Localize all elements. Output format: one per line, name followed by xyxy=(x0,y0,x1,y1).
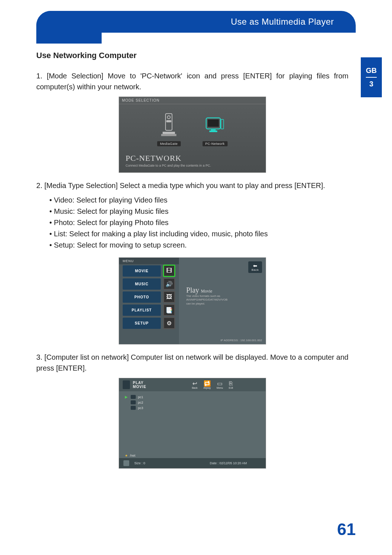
menu-icon: ▭ xyxy=(217,381,222,387)
mediagate-icon xyxy=(159,112,179,138)
ss2-main: ⬅ Back Play Movie The video formats such… xyxy=(179,258,266,344)
ss3-footer: Size : 0 Date : 02/12/05 10:20 AM xyxy=(119,458,266,468)
ss1-mediagate-option: MediaGate xyxy=(157,112,181,146)
ss2-play-heading: Play Movie xyxy=(186,286,262,294)
ss3-size: Size : 0 xyxy=(134,461,145,465)
film-icon: 🎞 xyxy=(163,265,175,277)
ss3-exit-button: ⎘Exit xyxy=(229,381,233,389)
ss2-item-setup: SETUP ⚙ xyxy=(119,317,179,330)
ss3-menu-label: Menu xyxy=(217,387,223,389)
screenshot-1-wrap: MODE SELECTION MediaGate xyxy=(36,97,348,173)
ss2-back-label: Back xyxy=(252,268,259,272)
ss3-title2: MOVIE xyxy=(133,385,146,389)
back-icon: ↩ xyxy=(192,381,197,387)
playlist-icon: 📑 xyxy=(163,304,175,316)
side-tab-divider xyxy=(366,77,377,78)
ss3-file3-label: pc3 xyxy=(138,406,143,410)
section-heading: Use Networking Computer xyxy=(36,51,348,60)
computer-icon xyxy=(131,400,136,404)
ss1-pcnetwork-label: PC-Network xyxy=(203,141,228,146)
ss1-sub-label: Connect MediaGate to a PC and play the c… xyxy=(119,164,266,172)
ss3-file1-label: pc1 xyxy=(138,395,143,399)
ss1-big-label: PC-NETWORK xyxy=(119,151,266,164)
ss2-desc2: AVI/MPG/MPEG/DAT/M2V/VOB xyxy=(186,298,228,301)
svg-rect-7 xyxy=(211,130,216,131)
ss1-icon-row: MediaGate PC-Network xyxy=(119,104,266,151)
side-tab-lang: GB xyxy=(366,66,377,75)
ss2-menu-header: MENU xyxy=(119,258,179,264)
screenshot-play-movie: PLAY MOVIE ↩Back 🔁Allplay ▭Menu ⎘Exit ▶p… xyxy=(119,378,266,469)
ss2-sidebar: MENU MOVIE 🎞 MUSIC 🔊 PHOTO 🖼 PLAYLIS xyxy=(119,258,179,344)
ss3-size-lbl: Size : xyxy=(134,461,143,465)
photo-icon: 🖼 xyxy=(163,291,175,303)
content-area: Use Networking Computer [Mode Selection]… xyxy=(0,33,392,469)
setup-icon: ⚙ xyxy=(163,317,175,329)
media-photo: Photo: Select for playing Photo files xyxy=(49,217,348,228)
ss2-play-word: Play xyxy=(186,286,199,294)
header-corner-tab xyxy=(36,11,102,44)
computer-icon xyxy=(131,406,136,410)
steps-list-2: [Media Type Selection] Select a media ty… xyxy=(36,180,348,191)
ss2-setup-label: SETUP xyxy=(123,318,161,329)
thumbnail-icon xyxy=(123,460,129,466)
ss2-item-movie: MOVIE 🎞 xyxy=(119,264,179,277)
ss2-item-playlist: PLAYLIST 📑 xyxy=(119,303,179,317)
step-2: [Media Type Selection] Select a media ty… xyxy=(36,180,348,191)
media-list: List: Select for making a play list incl… xyxy=(49,228,348,240)
allplay-icon: 🔁 xyxy=(204,381,211,387)
ss3-toolbar: ↩Back 🔁Allplay ▭Menu ⎘Exit xyxy=(192,381,233,389)
ss3-file-pc2: ▶pc2 xyxy=(125,400,260,405)
cursor-icon: ▶ xyxy=(125,395,128,399)
ss2-desc1: The video formats such as xyxy=(186,294,220,298)
ss3-title1: PLAY xyxy=(133,381,144,385)
media-setup: Setup: Select for moving to setup screen… xyxy=(49,240,348,251)
page-number: 61 xyxy=(337,519,356,539)
ss2-desc: The video formats such as AVI/MPG/MPEG/D… xyxy=(186,294,262,306)
media-music: Music: Select for playing Music files xyxy=(49,206,348,217)
step-1: [Mode Selection] Move to 'PC-Network' ic… xyxy=(36,70,348,92)
svg-point-1 xyxy=(167,116,170,119)
side-language-tab: GB 3 xyxy=(361,57,382,97)
ss3-title: PLAY MOVIE xyxy=(133,381,146,389)
back-arrow-icon: ⬅ xyxy=(253,263,257,268)
screenshot-mode-selection: MODE SELECTION MediaGate xyxy=(119,97,266,173)
media-video: Video: Select for playing Video files xyxy=(49,195,348,206)
pc-network-icon xyxy=(205,112,225,138)
ss1-mediagate-label: MediaGate xyxy=(157,141,181,146)
ss2-movie-label: MOVIE xyxy=(123,265,161,277)
ss2-desc3: can be played. xyxy=(186,302,205,305)
ss1-pcnetwork-option: PC-Network xyxy=(203,112,228,146)
ss3-size-val: 0 xyxy=(143,461,145,465)
ss2-back-button: ⬅ Back xyxy=(248,261,262,273)
computer-icon xyxy=(131,395,136,399)
side-tab-number: 3 xyxy=(369,80,373,88)
ss2-playlist-label: PLAYLIST xyxy=(123,305,161,316)
screenshot-menu: MENU MOVIE 🎞 MUSIC 🔊 PHOTO 🖼 PLAYLIS xyxy=(119,257,266,344)
ss3-file-list: ▶pc1 ▶pc2 ▶pc3 xyxy=(119,391,266,453)
svg-rect-4 xyxy=(161,134,176,136)
ss3-allplay-button: 🔁Allplay xyxy=(203,381,211,389)
ss3-allplay-label: Allplay xyxy=(203,387,211,389)
ss3-back-label: Back xyxy=(192,387,198,389)
ss3-topbar: PLAY MOVIE ↩Back 🔁Allplay ▭Menu ⎘Exit xyxy=(119,378,266,391)
ss3-file2-label: pc2 xyxy=(138,401,143,404)
ss3-file-pc3: ▶pc3 xyxy=(125,405,260,411)
svg-rect-8 xyxy=(209,131,217,132)
steps-list-3: [Computer list on network] Computer list… xyxy=(36,352,348,374)
ss2-ip-address: IP ADDRESS : 192.168.001.002 xyxy=(220,339,262,342)
media-types-list: Video: Select for playing Video files Mu… xyxy=(49,195,348,251)
ss3-date: Date : 02/12/05 10:20 AM xyxy=(210,461,247,465)
ss2-music-label: MUSIC xyxy=(123,278,161,290)
steps-list: [Mode Selection] Move to 'PC-Network' ic… xyxy=(36,70,348,92)
screenshot-3-wrap: PLAY MOVIE ↩Back 🔁Allplay ▭Menu ⎘Exit ▶p… xyxy=(36,378,348,469)
star-icon: ★ xyxy=(125,454,128,457)
svg-rect-3 xyxy=(163,132,175,134)
ss3-date-val: 02/12/05 10:20 AM xyxy=(219,461,247,465)
svg-rect-9 xyxy=(221,119,224,129)
exit-icon: ⎘ xyxy=(229,381,233,387)
ss3-path: ★/net xyxy=(119,453,266,458)
ss2-item-music: MUSIC 🔊 xyxy=(119,277,179,290)
film-strip-icon xyxy=(123,380,130,389)
ss2-item-photo: PHOTO 🖼 xyxy=(119,290,179,303)
ss3-menu-button: ▭Menu xyxy=(217,381,223,389)
